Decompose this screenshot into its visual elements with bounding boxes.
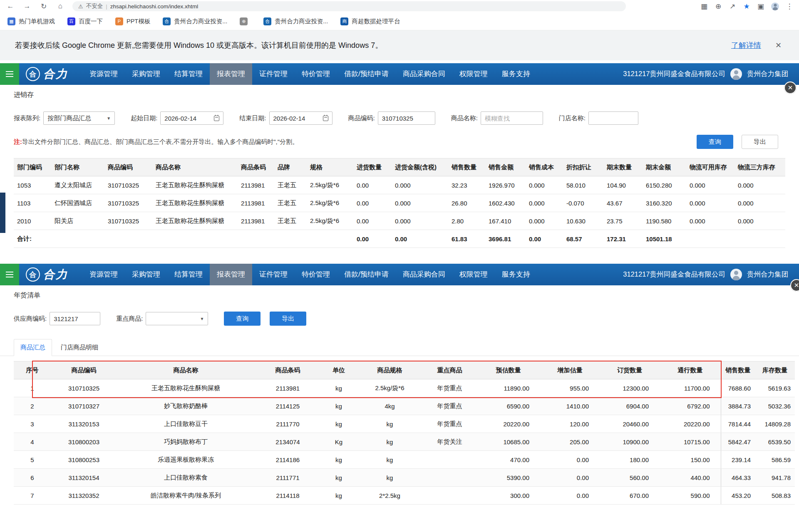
calendar-icon[interactable] — [323, 116, 328, 121]
side-panel-icon[interactable]: ▣ — [757, 2, 764, 11]
panel1-close-icon[interactable]: ✕ — [784, 82, 797, 94]
export-button[interactable]: 导出 — [742, 135, 778, 149]
share-icon[interactable]: ↗ — [729, 2, 736, 11]
bookmark-item[interactable]: 百 百度一下 — [67, 17, 103, 25]
report-type-select[interactable]: 按部门商品汇总 ▼ — [43, 111, 115, 125]
nav-menu-item[interactable]: 结算管理 — [167, 264, 210, 285]
table-cell: 0.00 — [540, 469, 600, 487]
table-cell: 6590.00 — [476, 397, 540, 415]
table-row[interactable]: 7 311320352 皓洁散称素牛肉/辣条系列 2114118 kg 2*2.… — [14, 487, 795, 505]
nav-menu-item[interactable]: 结算管理 — [167, 63, 210, 85]
table-cell: 14809.28 — [755, 415, 795, 433]
table-cell: 310710325 — [104, 212, 152, 230]
address-bar[interactable]: ⚠ 不安全 | zhsapi.helichaoshi.com/index.xht… — [72, 1, 626, 11]
menu-hamburger-icon[interactable] — [0, 264, 19, 285]
nav-menu-item[interactable]: 借款/预结申请 — [337, 63, 396, 85]
nav-menu-item[interactable]: 特价管理 — [295, 63, 337, 85]
nav-menu-item[interactable]: 服务支持 — [495, 63, 537, 85]
table-cell: 1190.580 — [643, 212, 686, 230]
table-row[interactable]: 合计: 0.00 0.00 61.83 3696.81 0.00 68.57 1… — [14, 230, 785, 248]
product-code-input[interactable] — [378, 111, 435, 125]
table-row[interactable]: 1103 仁怀国酒城店 310710325 王老五散称花生酥狗屎糖 211398… — [14, 194, 785, 212]
table-cell: kg — [321, 451, 357, 469]
table-row[interactable]: 5 310800253 乐逍遥果板散称果冻 2114186 kg kg 470.… — [14, 451, 795, 469]
bookmark-item[interactable]: 商 商超数据处理平台 — [340, 17, 400, 25]
table-cell: 7688.60 — [721, 379, 755, 397]
tab[interactable]: 商品汇总 — [14, 339, 52, 356]
column-header: 商品条码 — [238, 158, 274, 176]
forward-icon[interactable]: → — [22, 2, 32, 10]
back-icon[interactable]: ← — [6, 2, 15, 10]
nav-menu-item[interactable]: 采购管理 — [125, 63, 167, 85]
nav-menu-item[interactable]: 资源管理 — [82, 63, 125, 85]
start-date-input[interactable]: 2026-02-14 — [160, 111, 223, 125]
nav-menu-item[interactable]: 特价管理 — [295, 264, 337, 285]
table-row[interactable]: 2010 阳关店 310710325 王老五散称花生酥狗屎糖 2113981 王… — [14, 212, 785, 230]
user-group-name[interactable]: 贵州合力集团 — [747, 69, 788, 79]
query-button[interactable]: 查询 — [224, 312, 261, 326]
bookmark-item[interactable]: ▦ 热门单机游戏 — [7, 17, 55, 25]
app-navbar: 合 合力 资源管理采购管理结算管理报表管理证件管理特价管理借款/预结申请商品采购… — [0, 264, 799, 285]
user-group-name[interactable]: 贵州合力集团 — [747, 270, 788, 279]
query-button[interactable]: 查询 — [697, 135, 733, 149]
user-avatar-icon[interactable] — [730, 269, 742, 280]
export-button[interactable]: 导出 — [270, 312, 306, 326]
nav-menu-item[interactable]: 商品采购合同 — [396, 63, 452, 85]
nav-menu-item[interactable]: 服务支持 — [495, 264, 537, 285]
nav-menu-item[interactable]: 权限管理 — [452, 264, 495, 285]
learn-more-link[interactable]: 了解详情 — [731, 40, 761, 50]
table-cell: 0.00 — [353, 212, 392, 230]
nav-menu: 资源管理采购管理结算管理报表管理证件管理特价管理借款/预结申请商品采购合同权限管… — [82, 264, 537, 285]
table-row[interactable]: 1053 遵义太阳城店 310710325 王老五散称花生酥狗屎糖 211398… — [14, 176, 785, 194]
menu-hamburger-icon[interactable] — [0, 63, 19, 85]
end-date-input[interactable]: 2026-02-14 — [269, 111, 333, 125]
zoom-icon[interactable]: ⊕ — [715, 2, 722, 11]
bookmark-item[interactable]: ⊕ — [240, 17, 251, 25]
table-cell: 2*2.5kg — [357, 487, 423, 505]
bookmark-favicon: 合 — [263, 17, 271, 25]
product-name-input[interactable] — [481, 111, 543, 125]
bookmark-item[interactable]: P PPT模板 — [115, 17, 150, 25]
reload-icon[interactable]: ↻ — [39, 2, 48, 11]
supplier-code-input[interactable] — [50, 312, 100, 325]
extensions-icon[interactable]: ▦ — [700, 2, 708, 11]
notice-close-icon[interactable]: ✕ — [775, 41, 782, 50]
end-date-value: 2026-02-14 — [273, 115, 305, 122]
nav-menu-item[interactable]: 报表管理 — [210, 63, 252, 85]
table-row[interactable]: 3 311320153 上口佳散称豆干 2111770 kg kg 年货重点 2… — [14, 415, 795, 433]
newyear-table-wrap: 序号商品编码商品名称商品条码单位商品规格重点商品预估数量增加估量订货数量通行数量… — [14, 361, 795, 505]
newyear-filter-form: 供应商编码: 重点商品: ▼ 查询 导出 — [0, 305, 799, 332]
nav-menu-item[interactable]: 采购管理 — [125, 264, 167, 285]
home-icon[interactable]: ⌂ — [56, 2, 65, 10]
key-product-select[interactable]: ▼ — [146, 312, 208, 325]
table-cell: 2.5kg/袋*6 — [357, 379, 423, 397]
nav-menu-item[interactable]: 证件管理 — [252, 63, 295, 85]
store-name-input[interactable] — [588, 111, 638, 125]
nav-menu-item[interactable]: 借款/预结申请 — [337, 264, 396, 285]
nav-menu-item[interactable]: 权限管理 — [452, 63, 495, 85]
user-avatar-icon[interactable] — [730, 68, 742, 80]
bookmark-item[interactable]: 合 贵州合力商业投资... — [163, 17, 227, 25]
nav-menu-item[interactable]: 报表管理 — [210, 264, 252, 285]
table-cell: 120.00 — [540, 415, 600, 433]
calendar-icon[interactable] — [214, 116, 219, 121]
bookmark-star-icon[interactable]: ★ — [743, 2, 750, 11]
column-header: 订货数量 — [600, 361, 660, 379]
nav-menu-item[interactable]: 资源管理 — [82, 264, 125, 285]
column-header: 重点商品 — [423, 361, 476, 379]
nav-menu-item[interactable]: 证件管理 — [252, 264, 295, 285]
bookmark-item[interactable]: 合 贵州合力商业投资... — [263, 17, 328, 25]
tab[interactable]: 门店商品明细 — [55, 339, 104, 356]
table-row[interactable]: 4 310800203 巧妈妈散称布丁 2134074 Kg kg 年货关注 1… — [14, 433, 795, 451]
table-cell: 453.20 — [721, 487, 755, 505]
nav-menu-item[interactable]: 商品采购合同 — [396, 264, 452, 285]
table-row[interactable]: 1 310710325 王老五散称花生酥狗屎糖 2113981 kg 2.5kg… — [14, 379, 795, 397]
table-cell: 0.000 — [392, 176, 448, 194]
profile-avatar-icon[interactable] — [771, 2, 779, 10]
table-cell: 2134074 — [255, 433, 321, 451]
table-cell: 205.00 — [540, 433, 600, 451]
table-cell — [51, 230, 104, 248]
browser-menu-icon[interactable]: ⋮ — [786, 2, 793, 11]
table-row[interactable]: 2 310710327 妙飞散称奶酪棒 2114125 kg 4kg 年货重点 … — [14, 397, 795, 415]
table-row[interactable]: 6 311320154 上口佳散称素食 2111771 kg kg 5390.0… — [14, 469, 795, 487]
